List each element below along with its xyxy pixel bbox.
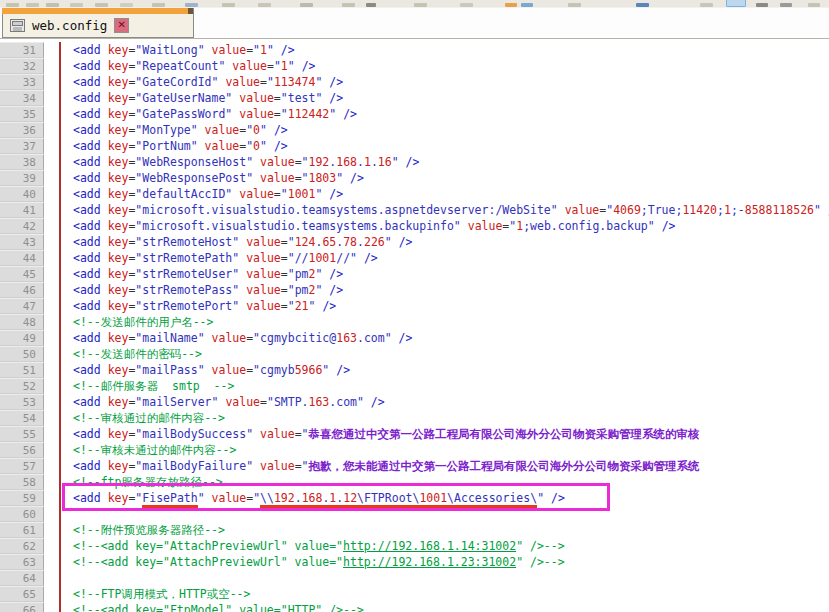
- code-line[interactable]: 31<add key="WaitLong" value="1" />: [0, 42, 829, 58]
- code-line[interactable]: 50<!--发送邮件的密码-->: [0, 346, 829, 362]
- code-line[interactable]: 39<add key="WebResponsePost" value="1803…: [0, 170, 829, 186]
- line-number: 33: [0, 74, 44, 90]
- code-line-text: <add key="FisePath" value="\\192.168.1.1…: [61, 490, 829, 506]
- line-number: 57: [0, 458, 44, 474]
- code-line-text: <add key="WebResponseHost" value="192.16…: [61, 154, 829, 170]
- gutter-margin: [44, 538, 61, 554]
- code-line[interactable]: 37<add key="PortNum" value="0" />: [0, 138, 829, 154]
- code-line-text: <add key="WaitLong" value="1" />: [61, 42, 829, 58]
- code-line[interactable]: 52<!--邮件服务器 smtp -->: [0, 378, 829, 394]
- close-icon[interactable]: ✕: [114, 18, 129, 33]
- code-line-text: <!--审核未通过的邮件内容-->: [61, 442, 829, 458]
- tab-web-config[interactable]: web.config ✕: [2, 8, 194, 38]
- line-number: 42: [0, 218, 44, 234]
- code-line-text: <add key="strRemotePort" value="21" />: [61, 298, 829, 314]
- code-line[interactable]: 59<add key="FisePath" value="\\192.168.1…: [0, 490, 829, 506]
- code-line-text: <add key="mailName" value="cgmybcitic@16…: [61, 330, 829, 346]
- gutter-margin: [44, 442, 61, 458]
- line-number: 41: [0, 202, 44, 218]
- gutter-margin: [44, 426, 61, 442]
- code-line-text: <!--附件预览服务器路径-->: [61, 522, 829, 538]
- code-line-text: <!--<add key="AttachPreviewUrl" value="h…: [61, 554, 829, 570]
- line-number: 32: [0, 58, 44, 74]
- code-line[interactable]: 63<!--<add key="AttachPreviewUrl" value=…: [0, 554, 829, 570]
- code-line[interactable]: 45<add key="strRemoteUser" value="pm2" /…: [0, 266, 829, 282]
- gutter-margin: [44, 74, 61, 90]
- code-line[interactable]: 53<add key="mailServer" value="SMTP.163.…: [0, 394, 829, 410]
- gutter-margin: [44, 90, 61, 106]
- code-line[interactable]: 54<!--审核通过的邮件内容-->: [0, 410, 829, 426]
- line-number: 35: [0, 106, 44, 122]
- line-number: 37: [0, 138, 44, 154]
- code-line[interactable]: 65<!--FTP调用模式，HTTP或空-->: [0, 586, 829, 602]
- code-line-text: <add key="RepeatCount" value="1" />: [61, 58, 829, 74]
- line-number: 58: [0, 474, 44, 490]
- line-number: 59: [0, 490, 44, 506]
- code-line-text: <add key="mailBodySuccess" value="恭喜您通过中…: [61, 426, 829, 442]
- code-line[interactable]: 51<add key="mailPass" value="cgmyb5966" …: [0, 362, 829, 378]
- code-line[interactable]: 66<!--<add key="FtpModel" value="HTTP" /…: [0, 602, 829, 612]
- line-number: 66: [0, 602, 44, 612]
- line-number: 31: [0, 42, 44, 58]
- code-line[interactable]: 56<!--审核未通过的邮件内容-->: [0, 442, 829, 458]
- code-line[interactable]: 46<add key="strRemotePass" value="pm2" /…: [0, 282, 829, 298]
- code-line-text: <!--发送邮件的密码-->: [61, 346, 829, 362]
- gutter-margin: [44, 522, 61, 538]
- code-line[interactable]: 35<add key="GatePassWord" value="112442"…: [0, 106, 829, 122]
- line-number: 50: [0, 346, 44, 362]
- code-line[interactable]: 33<add key="GateCordId" value="113474" /…: [0, 74, 829, 90]
- code-line[interactable]: 47<add key="strRemotePort" value="21" />: [0, 298, 829, 314]
- code-line-text: <add key="strRemoteUser" value="pm2" />: [61, 266, 829, 282]
- code-line[interactable]: 57<add key="mailBodyFailure" value="抱歉，您…: [0, 458, 829, 474]
- gutter-margin: [44, 138, 61, 154]
- code-line[interactable]: 41<add key="microsoft.visualstudio.teams…: [0, 202, 829, 218]
- gutter-margin: [44, 42, 61, 58]
- code-line[interactable]: 43<add key="strRemoteHost" value="124.65…: [0, 234, 829, 250]
- line-number: 46: [0, 282, 44, 298]
- code-line-text: <add key="strRemotePath" value="//1001//…: [61, 250, 829, 266]
- line-number: 38: [0, 154, 44, 170]
- code-line[interactable]: 60: [0, 506, 829, 522]
- code-line[interactable]: 42<add key="microsoft.visualstudio.teams…: [0, 218, 829, 234]
- code-line[interactable]: 62<!--<add key="AttachPreviewUrl" value=…: [0, 538, 829, 554]
- code-line[interactable]: 49<add key="mailName" value="cgmybcitic@…: [0, 330, 829, 346]
- code-line[interactable]: 61<!--附件预览服务器路径-->: [0, 522, 829, 538]
- code-line[interactable]: 44<add key="strRemotePath" value="//1001…: [0, 250, 829, 266]
- code-line-text: <add key="microsoft.visualstudio.teamsys…: [61, 202, 829, 218]
- code-line[interactable]: 64: [0, 570, 829, 586]
- code-line[interactable]: 55<add key="mailBodySuccess" value="恭喜您通…: [0, 426, 829, 442]
- gutter-margin: [44, 218, 61, 234]
- code-line[interactable]: 58<!--ftp服务器存放路径-->: [0, 474, 829, 490]
- gutter-margin: [44, 122, 61, 138]
- line-number: 60: [0, 506, 44, 522]
- line-number: 48: [0, 314, 44, 330]
- code-line[interactable]: 32<add key="RepeatCount" value="1" />: [0, 58, 829, 74]
- line-number: 63: [0, 554, 44, 570]
- line-number: 36: [0, 122, 44, 138]
- code-line-text: <add key="WebResponsePost" value="1803" …: [61, 170, 829, 186]
- code-line-text: <!--ftp服务器存放路径-->: [61, 474, 829, 490]
- code-line-text: <add key="GateCordId" value="113474" />: [61, 74, 829, 90]
- gutter-margin: [44, 378, 61, 394]
- gutter-margin: [44, 474, 61, 490]
- toolbar-strip: [0, 0, 829, 8]
- gutter-margin: [44, 490, 61, 506]
- code-line[interactable]: 34<add key="GateUserName" value="test" /…: [0, 90, 829, 106]
- code-line-text: <add key="strRemoteHost" value="124.65.7…: [61, 234, 829, 250]
- gutter-margin: [44, 106, 61, 122]
- file-icon: [10, 19, 25, 32]
- code-line-text: [61, 506, 829, 522]
- line-number: 54: [0, 410, 44, 426]
- line-number: 62: [0, 538, 44, 554]
- code-line[interactable]: 40<add key="defaultAccID" value="1001" /…: [0, 186, 829, 202]
- line-number: 52: [0, 378, 44, 394]
- line-number: 39: [0, 170, 44, 186]
- code-line-text: <add key="MonType" value="0" />: [61, 122, 829, 138]
- code-line-text: <add key="mailServer" value="SMTP.163.co…: [61, 394, 829, 410]
- code-line[interactable]: 38<add key="WebResponseHost" value="192.…: [0, 154, 829, 170]
- gutter-margin: [44, 458, 61, 474]
- line-number: 44: [0, 250, 44, 266]
- code-line[interactable]: 36<add key="MonType" value="0" />: [0, 122, 829, 138]
- code-line[interactable]: 48<!--发送邮件的用户名-->: [0, 314, 829, 330]
- code-line-text: <!--审核通过的邮件内容-->: [61, 410, 829, 426]
